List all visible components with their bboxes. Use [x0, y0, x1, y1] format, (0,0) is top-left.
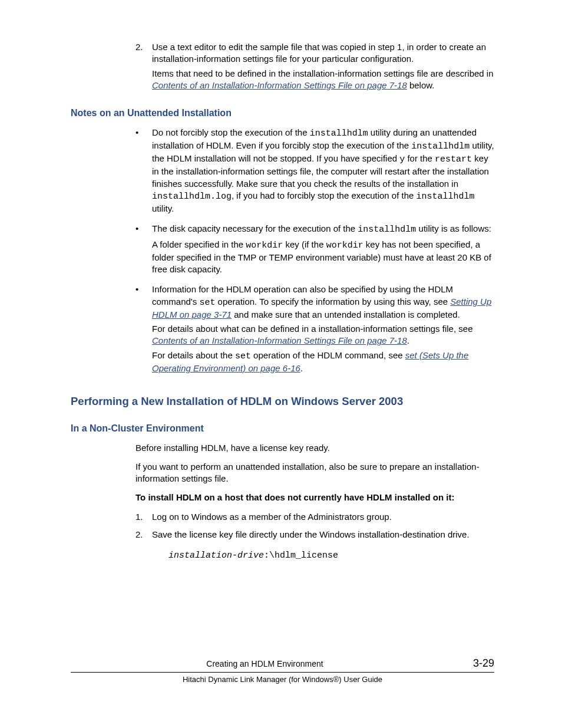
- nc-step-2: 2. Save the license key file directly un…: [135, 529, 494, 562]
- link-contents-settings-file-1[interactable]: Contents of an Installation-Information …: [152, 80, 407, 90]
- step-2-note: Items that need to be defined in the ins…: [152, 68, 494, 92]
- step-2: 2. Use a text editor to edit the sample …: [135, 41, 494, 94]
- footer-guide-title: Hitachi Dynamic Link Manager (for Window…: [71, 674, 494, 685]
- nc-step-2-text: Save the license key file directly under…: [152, 529, 494, 541]
- note-3-text-a: Information for the HDLM operation can a…: [152, 284, 494, 321]
- nc-step-1-number: 1.: [135, 511, 152, 525]
- footer-section-title: Creating an HDLM Environment: [71, 658, 459, 670]
- step-2-number: 2.: [135, 41, 152, 94]
- note-1-text: Do not forcibly stop the execution of th…: [152, 127, 494, 215]
- note-2-text-b: A folder specified in the workdir key (i…: [152, 239, 494, 276]
- nc-step-1-text: Log on to Windows as a member of the Adm…: [152, 511, 494, 523]
- nc-para-2: If you want to perform an unattended ins…: [135, 461, 494, 485]
- heading-non-cluster: In a Non-Cluster Environment: [71, 422, 494, 435]
- note-bullet-3: • Information for the HDLM operation can…: [135, 284, 494, 377]
- footer-page-number: 3-29: [459, 656, 494, 670]
- nc-bold-heading: To install HDLM on a host that does not …: [135, 492, 494, 503]
- heading-notes-unattended: Notes on an Unattended Installation: [71, 107, 494, 120]
- note-3-text-c: For details about the set operation of t…: [152, 350, 494, 375]
- note-2-text-a: The disk capacity necessary for the exec…: [152, 223, 494, 236]
- link-contents-settings-file-2[interactable]: Contents of an Installation-Information …: [152, 335, 407, 345]
- nc-para-1: Before installing HDLM, have a license k…: [135, 442, 494, 454]
- nc-step-1: 1. Log on to Windows as a member of the …: [135, 511, 494, 525]
- page-footer: Creating an HDLM Environment 3-29 Hitach…: [71, 656, 494, 684]
- bullet-icon: •: [135, 127, 152, 218]
- bullet-icon: •: [135, 284, 152, 377]
- note-bullet-1: • Do not forcibly stop the execution of …: [135, 127, 494, 218]
- nc-step-2-number: 2.: [135, 529, 152, 562]
- step-2-text: Use a text editor to edit the sample fil…: [152, 41, 494, 65]
- heading-performing-new-install: Performing a New Installation of HDLM on…: [71, 394, 494, 409]
- bullet-icon: •: [135, 223, 152, 278]
- note-3-text-b: For details about what can be defined in…: [152, 323, 494, 347]
- nc-step-2-code: installation-drive:\hdlm_license: [168, 549, 494, 562]
- note-bullet-2: • The disk capacity necessary for the ex…: [135, 223, 494, 278]
